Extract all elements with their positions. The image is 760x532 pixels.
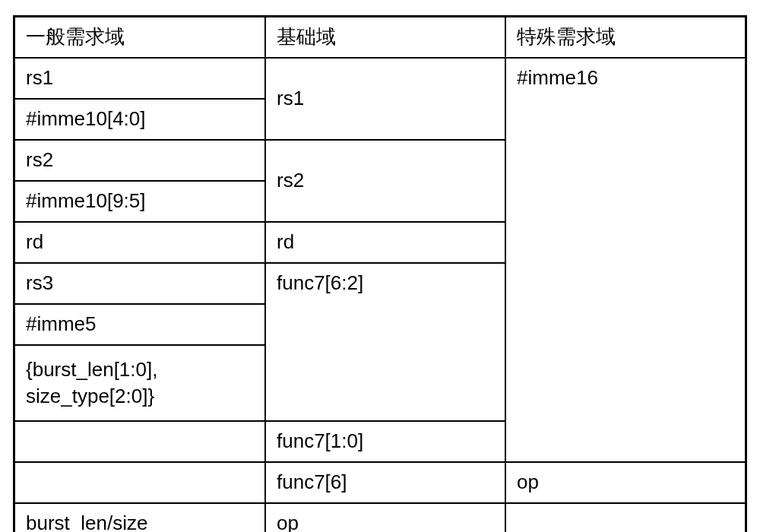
table-cell: rs2 xyxy=(265,140,505,222)
table-cell: func7[1:0] xyxy=(265,421,505,462)
instruction-field-table: 一般需求域 基础域 特殊需求域 rs1 #imme10[4:0] rs2 #im… xyxy=(13,15,747,532)
table-cell: rs1 xyxy=(265,58,505,140)
table-cell: func7[6:2] xyxy=(265,263,505,421)
table-cell: {burst_len[1:0], size_type[2:0]} xyxy=(14,345,265,421)
header-col1: 一般需求域 xyxy=(14,17,265,58)
table-cell: #imme5 xyxy=(14,304,265,345)
table-cell xyxy=(14,462,265,503)
header-col3: 特殊需求域 xyxy=(505,17,746,58)
header-col2: 基础域 xyxy=(265,17,505,58)
table-cell: #imme16 xyxy=(505,58,746,462)
table-cell: #imme10[9:5] xyxy=(14,181,265,222)
table-cell xyxy=(505,503,746,532)
table-cell: rs3 xyxy=(14,263,265,304)
table-cell xyxy=(14,421,265,462)
table-cell: rs2 xyxy=(14,140,265,181)
table-cell: #imme10[4:0] xyxy=(14,99,265,140)
table-cell: rd xyxy=(14,222,265,263)
table-cell: op xyxy=(265,503,505,532)
table-cell: rd xyxy=(265,222,505,263)
table-cell: burst_len/size xyxy=(14,503,265,532)
table-cell: func7[6] xyxy=(265,462,505,503)
table-cell: op xyxy=(505,462,746,503)
table-cell: rs1 xyxy=(14,58,265,99)
